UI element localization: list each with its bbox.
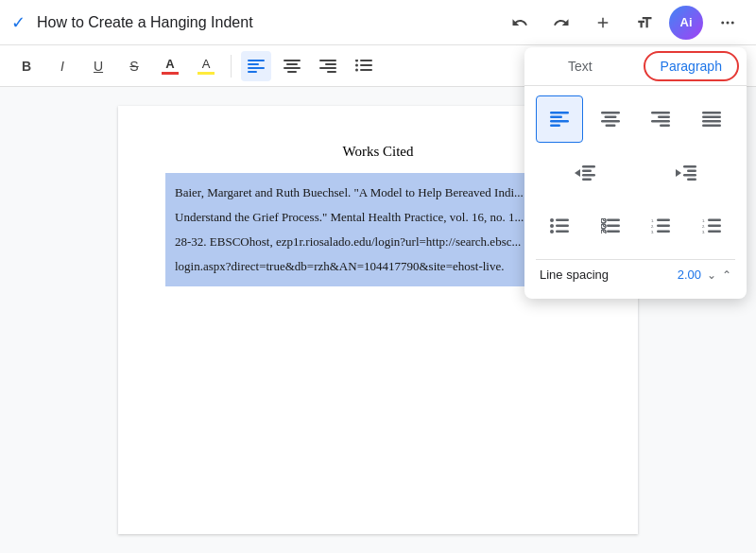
svg-rect-45: [683, 174, 696, 177]
svg-rect-25: [601, 112, 620, 114]
svg-rect-40: [582, 174, 595, 177]
underline-button[interactable]: U: [83, 51, 113, 81]
align-right-toolbar-btn[interactable]: [313, 51, 343, 81]
svg-rect-31: [651, 120, 670, 123]
svg-rect-74: [708, 225, 721, 228]
align-left-toolbar-btn[interactable]: [241, 51, 271, 81]
svg-rect-30: [658, 115, 670, 118]
svg-rect-20: [360, 69, 372, 71]
line-spacing-row: Line spacing 2.00 ⌄ ⌃: [536, 259, 735, 289]
svg-rect-24: [550, 124, 560, 127]
svg-rect-12: [325, 63, 336, 65]
align-left-btn[interactable]: [536, 95, 583, 143]
svg-rect-36: [702, 124, 721, 127]
svg-rect-7: [284, 60, 301, 61]
svg-rect-5: [248, 67, 265, 69]
tab-text[interactable]: Text: [524, 47, 636, 85]
check-icon[interactable]: ✓: [11, 12, 26, 33]
svg-rect-72: [708, 219, 721, 222]
svg-rect-11: [319, 60, 336, 61]
svg-rect-28: [605, 124, 615, 127]
citation-line-3: 28-32. EBSCOhost, ezp1r.riosalado.edu/lo…: [175, 234, 521, 249]
bullet-list-btn[interactable]: [536, 203, 583, 251]
svg-rect-6: [248, 71, 257, 73]
more-button[interactable]: [711, 6, 745, 40]
svg-text:1.: 1.: [702, 218, 705, 223]
svg-rect-41: [582, 178, 592, 181]
text-format-button[interactable]: [627, 6, 662, 40]
svg-rect-33: [702, 112, 721, 114]
svg-rect-34: [702, 115, 721, 118]
list-toolbar-btn[interactable]: [349, 51, 379, 81]
svg-text:3.: 3.: [651, 230, 654, 233]
svg-rect-8: [286, 63, 298, 65]
numbered-list-btn[interactable]: 1. 2. 3.: [638, 203, 685, 251]
svg-rect-38: [582, 165, 595, 168]
font-color-button[interactable]: A: [155, 51, 185, 81]
svg-rect-46: [687, 178, 696, 181]
line-spacing-chevron-up[interactable]: ⌃: [722, 268, 731, 282]
ai-badge[interactable]: Ai: [669, 6, 703, 40]
strikethrough-button[interactable]: S: [119, 51, 149, 81]
svg-rect-70: [657, 231, 670, 233]
svg-rect-60: [607, 225, 620, 228]
line-spacing-chevron-down[interactable]: ⌄: [707, 268, 716, 282]
bold-button[interactable]: B: [11, 51, 42, 81]
svg-rect-21: [550, 112, 569, 114]
alignment-buttons: [536, 95, 735, 143]
list-buttons: 1. 2. 3. 1. 2. 3.: [536, 203, 735, 251]
svg-text:1.: 1.: [651, 218, 654, 223]
svg-text:2.: 2.: [702, 224, 705, 229]
svg-rect-10: [287, 71, 297, 73]
svg-rect-14: [327, 71, 336, 73]
indent-decrease-btn[interactable]: [536, 148, 634, 198]
align-center-btn[interactable]: [587, 95, 634, 143]
svg-rect-68: [657, 225, 670, 228]
redo-button[interactable]: [544, 6, 578, 40]
add-button[interactable]: [586, 6, 620, 40]
svg-rect-64: [607, 231, 620, 233]
svg-marker-42: [676, 169, 681, 177]
svg-text:3.: 3.: [702, 230, 705, 233]
doc-title: How to Create a Hanging Indent: [37, 14, 503, 31]
svg-rect-76: [708, 231, 721, 233]
undo-button[interactable]: [503, 6, 537, 40]
floating-panel: Text Paragraph: [524, 47, 747, 299]
svg-rect-3: [248, 60, 265, 61]
svg-text:2.: 2.: [651, 224, 654, 229]
svg-rect-48: [556, 219, 569, 222]
svg-rect-29: [651, 112, 670, 114]
svg-rect-35: [702, 120, 721, 123]
highlight-button[interactable]: A: [191, 51, 221, 81]
checklist-btn[interactable]: [587, 203, 634, 251]
svg-rect-16: [360, 60, 372, 61]
svg-point-0: [721, 21, 724, 24]
indent-increase-btn[interactable]: [638, 148, 736, 198]
works-cited-title: Works Cited: [175, 144, 581, 160]
svg-point-51: [550, 230, 554, 233]
svg-point-47: [550, 218, 554, 222]
svg-rect-23: [550, 120, 569, 123]
svg-rect-52: [556, 231, 569, 233]
line-spacing-value[interactable]: 2.00: [678, 268, 701, 282]
svg-point-15: [355, 60, 358, 62]
svg-rect-39: [582, 169, 592, 172]
citation-line-4: login.aspx?direct=true&db=rzh&AN=1044177…: [175, 259, 504, 273]
citation-line-2: Understand the Grief Process." Mental He…: [175, 210, 524, 224]
italic-button[interactable]: I: [47, 51, 77, 81]
tab-paragraph[interactable]: Paragraph: [636, 47, 747, 85]
align-justify-btn[interactable]: [688, 95, 735, 143]
align-center-toolbar-btn[interactable]: [277, 51, 307, 81]
svg-point-49: [550, 224, 554, 228]
toolbar-separator: [231, 55, 232, 78]
svg-point-1: [727, 21, 730, 24]
svg-rect-26: [604, 115, 616, 118]
align-right-btn[interactable]: [638, 95, 685, 143]
svg-rect-50: [556, 225, 569, 228]
svg-rect-4: [248, 63, 259, 65]
svg-point-17: [355, 63, 358, 66]
citation-line-1: Baier, Margaret and Ruth Buechsel. "A Mo…: [175, 185, 524, 199]
timed-list-btn[interactable]: 1. 2. 3.: [688, 203, 735, 251]
line-spacing-label: Line spacing: [540, 268, 678, 282]
panel-body: 1. 2. 3. 1. 2. 3.: [524, 86, 747, 299]
